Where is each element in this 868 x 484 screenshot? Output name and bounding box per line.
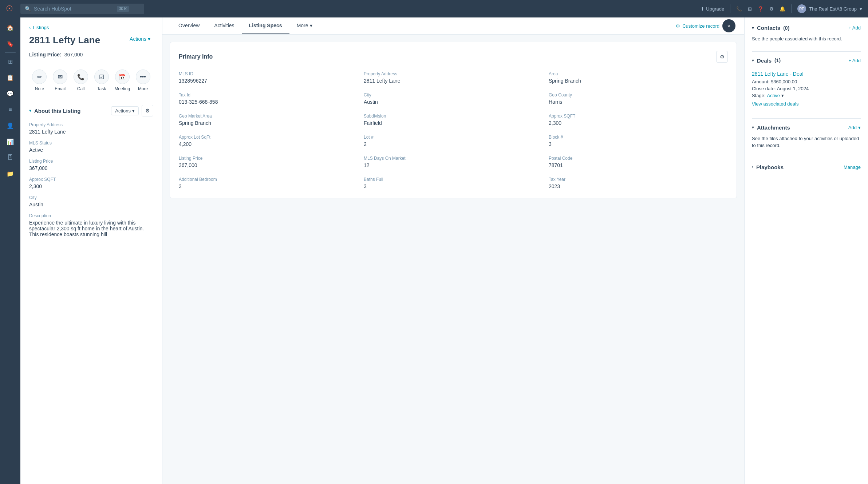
about-actions-label: Actions xyxy=(115,108,131,114)
actions-button[interactable]: Actions ▾ xyxy=(127,35,153,43)
notifications-icon[interactable]: 🔔 xyxy=(780,6,785,12)
block-num-value: 3 xyxy=(549,141,728,147)
meeting-action[interactable]: 📅 Meeting xyxy=(112,70,133,91)
record-actions: Actions ▾ xyxy=(127,35,153,43)
grid-icon[interactable]: ⊞ xyxy=(748,6,752,12)
more-icon: ••• xyxy=(136,70,150,84)
playbooks-manage-button[interactable]: Manage xyxy=(844,164,861,170)
deals-add-button[interactable]: + Add xyxy=(848,58,861,63)
sidebar-item-contacts[interactable]: 📋 xyxy=(3,70,17,85)
field-city-pi: City Austin xyxy=(364,92,543,105)
field-tax-year: Tax Year 2023 xyxy=(549,177,728,189)
about-chevron-icon[interactable]: ▾ xyxy=(29,108,31,113)
listing-price-pi-label: Listing Price xyxy=(179,156,358,161)
sidebar-item-people[interactable]: 👤 xyxy=(3,118,17,133)
attachments-chevron-icon[interactable]: ▾ xyxy=(752,125,754,130)
about-settings-button[interactable]: ⚙ xyxy=(142,105,153,116)
user-name: The Real EstA8 Group xyxy=(809,6,857,12)
tab-overview[interactable]: Overview xyxy=(171,17,207,34)
upgrade-button[interactable]: ⬆ Upgrade xyxy=(701,6,724,12)
left-sidebar: 🏠 🔖 ⊞ 📋 💬 ≡ 👤 📊 🗄 📁 xyxy=(0,17,20,484)
sidebar-item-database[interactable]: 🗄 xyxy=(3,150,17,165)
search-input[interactable] xyxy=(34,6,114,12)
sidebar-item-files[interactable]: 📁 xyxy=(3,166,17,181)
mls-id-label: MLS ID xyxy=(179,71,358,76)
postal-code-label: Postal Code xyxy=(549,156,728,161)
settings-gear-icon: ⚙ xyxy=(145,108,150,114)
contacts-section-title: Contacts xyxy=(757,25,780,31)
attachments-add-chevron-icon: ▾ xyxy=(858,125,861,130)
card-title: Primary Info xyxy=(179,53,213,60)
mls-id-value: 1328596227 xyxy=(179,78,358,84)
more-action[interactable]: ••• More xyxy=(133,70,153,91)
field-mls-status: MLS Status Active xyxy=(29,140,153,153)
deals-chevron-icon[interactable]: ▾ xyxy=(752,58,754,63)
tab-more[interactable]: More ▾ xyxy=(289,17,320,34)
field-description: Description Experience the ultimate in l… xyxy=(29,213,153,237)
sidebar-item-bookmarks[interactable]: 🔖 xyxy=(3,36,17,51)
contacts-add-button[interactable]: + Add xyxy=(848,25,861,31)
field-approx-lot-sqft: Approx Lot SqFt 4,200 xyxy=(179,135,358,147)
field-approx-sqft: Approx SQFT 2,300 xyxy=(29,177,153,189)
view-deals-link[interactable]: View associated deals xyxy=(752,101,861,107)
search-bar[interactable]: 🔍 ⌘ K xyxy=(20,4,144,14)
playbooks-section-title: Playbooks xyxy=(756,164,784,170)
contacts-divider xyxy=(752,51,861,52)
breadcrumb[interactable]: ‹ Listings xyxy=(29,25,153,30)
field-lot-num: Lot # 2 xyxy=(364,135,543,147)
customize-record-button[interactable]: ⚙ Customize record xyxy=(676,23,719,29)
help-icon[interactable]: ❓ xyxy=(758,6,764,12)
attachments-add-label: Add xyxy=(848,125,857,130)
additional-bedroom-value: 3 xyxy=(179,183,358,189)
sidebar-item-analytics[interactable]: 📊 xyxy=(3,134,17,149)
breadcrumb-label[interactable]: Listings xyxy=(33,25,49,30)
expand-panel-button[interactable]: » xyxy=(722,19,735,32)
deal-stage-value[interactable]: Active xyxy=(767,93,780,98)
customize-label: Customize record xyxy=(682,23,719,29)
contacts-section-body: See the people associated with this reco… xyxy=(752,35,861,43)
actions-label: Actions xyxy=(130,36,146,42)
sidebar-item-dashboard[interactable]: ⊞ xyxy=(3,54,17,69)
deal-amount: Amount: $360,000.00 xyxy=(752,79,861,84)
attachments-add-button[interactable]: Add ▾ xyxy=(848,125,861,130)
field-geo-county: Geo County Harris xyxy=(549,92,728,105)
email-action[interactable]: ✉ Email xyxy=(50,70,71,91)
topnav-divider-2 xyxy=(791,4,792,13)
record-header: 2811 Lefty Lane Actions ▾ xyxy=(29,35,153,46)
property-address-label: Property Address xyxy=(29,122,153,127)
attachments-section-body: See the files attached to your activitie… xyxy=(752,135,861,149)
sidebar-item-home[interactable]: 🏠 xyxy=(3,20,17,35)
user-chevron-icon: ▾ xyxy=(860,6,862,12)
settings-icon[interactable]: ⚙ xyxy=(769,6,774,12)
tab-more-chevron-icon: ▾ xyxy=(310,23,312,28)
task-icon: ☑ xyxy=(94,70,109,84)
playbooks-chevron-icon[interactable]: › xyxy=(752,164,753,170)
note-label: Note xyxy=(35,86,44,91)
hubspot-logo[interactable]: ☉ xyxy=(6,4,13,13)
email-label: Email xyxy=(55,86,66,91)
note-action[interactable]: ✏ Note xyxy=(29,70,50,91)
approx-lot-sqft-value: 4,200 xyxy=(179,141,358,147)
contacts-chevron-icon[interactable]: ▾ xyxy=(752,25,754,31)
meeting-label: Meeting xyxy=(114,86,130,91)
card-settings-button[interactable]: ⚙ xyxy=(716,51,728,63)
block-num-label: Block # xyxy=(549,135,728,140)
deal-title[interactable]: 2811 Lefty Lane - Deal xyxy=(752,71,861,77)
mls-status-value: Active xyxy=(29,147,153,153)
sidebar-item-messages[interactable]: 💬 xyxy=(3,86,17,101)
listing-price-label: Listing Price: xyxy=(29,52,62,57)
center-panel: Overview Activities Listing Specs More ▾… xyxy=(162,17,744,484)
sidebar-item-lists[interactable]: ≡ xyxy=(3,102,17,117)
field-listing-price-pi: Listing Price 367,000 xyxy=(179,156,358,168)
tab-activities[interactable]: Activities xyxy=(207,17,241,34)
deal-close-date: Close date: August 1, 2024 xyxy=(752,86,861,91)
user-menu[interactable]: RE The Real EstA8 Group ▾ xyxy=(797,4,862,13)
phone-icon[interactable]: 📞 xyxy=(736,6,742,12)
tab-listing-specs[interactable]: Listing Specs xyxy=(242,17,289,34)
task-action[interactable]: ☑ Task xyxy=(91,70,112,91)
description-label: Description xyxy=(29,213,153,218)
call-action[interactable]: 📞 Call xyxy=(71,70,91,91)
task-label: Task xyxy=(97,86,106,91)
geo-county-label: Geo County xyxy=(549,92,728,98)
about-actions-button[interactable]: Actions ▾ xyxy=(111,106,139,115)
